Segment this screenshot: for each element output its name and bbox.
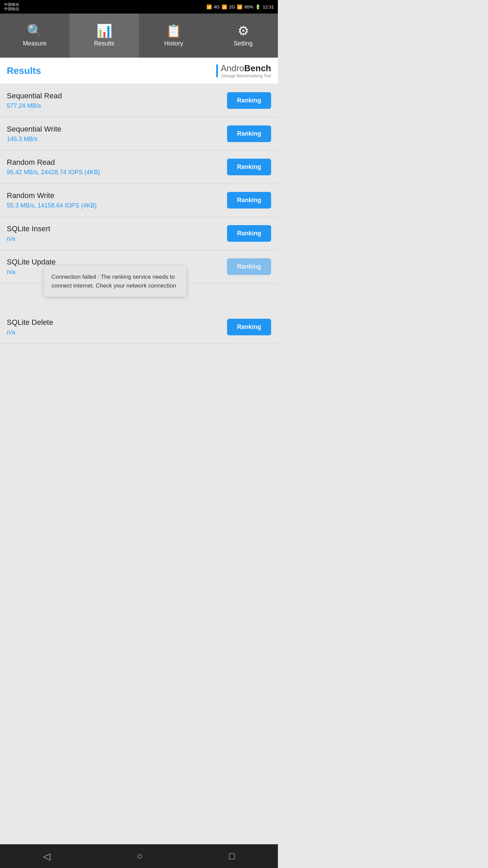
history-icon: 📋	[166, 24, 182, 37]
sqlite-update-name: SQLite Update	[7, 258, 56, 267]
page-title: Results	[7, 65, 41, 76]
result-random-write: Random Write 55.3 MB/s, 14158.64 IOPS (4…	[0, 184, 278, 217]
result-info-rand-write: Random Write 55.3 MB/s, 14158.64 IOPS (4…	[7, 191, 97, 209]
seq-write-ranking-button[interactable]: Ranking	[227, 125, 271, 142]
rand-read-ranking-button[interactable]: Ranking	[227, 159, 271, 175]
brand-name: AndroBench	[221, 63, 271, 74]
signal-bar-icon: 📶	[222, 4, 227, 9]
carrier1: 中国移动	[4, 2, 19, 7]
result-sqlite-insert: SQLite Insert n/a Ranking	[0, 217, 278, 250]
carrier-info: 中国移动 中国电信	[4, 2, 19, 11]
tab-measure[interactable]: 🔍 Measure	[0, 14, 69, 58]
setting-icon: ⚙	[238, 24, 249, 37]
rand-read-value: 95.42 MB/s, 24428.74 IOPS (4KB)	[7, 169, 100, 176]
rand-write-name: Random Write	[7, 191, 97, 200]
seq-write-name: Sequential Write	[7, 125, 61, 134]
seq-read-name: Sequential Read	[7, 92, 62, 100]
seq-write-value: 145.3 MB/s	[7, 136, 61, 143]
result-info-sqlite-insert: SQLite Insert n/a	[7, 224, 50, 242]
result-sequential-write: Sequential Write 145.3 MB/s Ranking	[0, 117, 278, 151]
tab-history[interactable]: 📋 History	[139, 14, 208, 58]
tooltip-message: Connection failed : The ranking service …	[52, 274, 176, 289]
brand-subtitle: Storage Benchmarking Tool	[221, 74, 271, 78]
measure-icon: 🔍	[27, 24, 43, 37]
battery-icon: 🔋	[255, 4, 261, 9]
tab-setting-label: Setting	[233, 40, 252, 47]
signal-4g: 4G	[214, 4, 220, 9]
result-info-sqlite-delete: SQLite Delete n/a	[7, 318, 53, 336]
wifi-icon: 📶	[206, 4, 212, 9]
seq-read-value: 577.24 MB/s	[7, 102, 62, 110]
sqlite-delete-name: SQLite Delete	[7, 318, 53, 327]
result-info-seq-read: Sequential Read 577.24 MB/s	[7, 92, 62, 110]
brand-light: Andro	[221, 63, 244, 73]
status-bar: 中国移动 中国电信 📶 4G 📶 2G 📶 80% 🔋 12:31	[0, 0, 278, 14]
battery-pct: 80%	[244, 4, 253, 9]
results-icon: 📊	[96, 24, 112, 37]
tab-setting[interactable]: ⚙ Setting	[208, 14, 278, 58]
result-sqlite-delete: SQLite Delete n/a Ranking	[0, 311, 278, 344]
signal-2g: 2G	[229, 4, 235, 9]
sqlite-delete-ranking-button[interactable]: Ranking	[227, 319, 271, 335]
brand-text: AndroBench Storage Benchmarking Tool	[221, 63, 271, 78]
sqlite-delete-value: n/a	[7, 329, 53, 336]
results-list: Sequential Read 577.24 MB/s Ranking Sequ…	[0, 84, 278, 344]
sqlite-insert-value: n/a	[7, 235, 50, 242]
result-sequential-read: Sequential Read 577.24 MB/s Ranking	[0, 84, 278, 117]
rand-read-name: Random Read	[7, 158, 100, 167]
sqlite-insert-ranking-button[interactable]: Ranking	[227, 225, 271, 242]
result-info-seq-write: Sequential Write 145.3 MB/s	[7, 125, 61, 143]
result-sqlite-update: SQLite Update n/a Ranking Connection fai…	[0, 250, 278, 283]
rand-write-value: 55.3 MB/s, 14158.64 IOPS (4KB)	[7, 202, 97, 209]
result-random-read: Random Read 95.42 MB/s, 24428.74 IOPS (4…	[0, 151, 278, 184]
sqlite-update-ranking-button[interactable]: Ranking	[227, 258, 271, 275]
nav-tabs: 🔍 Measure 📊 Results 📋 History ⚙ Setting	[0, 14, 278, 58]
tab-results[interactable]: 📊 Results	[69, 14, 139, 58]
brand-accent-bar	[216, 64, 218, 77]
tab-history-label: History	[164, 40, 183, 47]
brand-logo: AndroBench Storage Benchmarking Tool	[216, 63, 271, 78]
brand-bold: Bench	[244, 63, 271, 73]
tab-results-label: Results	[94, 40, 114, 47]
seq-read-ranking-button[interactable]: Ranking	[227, 92, 271, 109]
rand-write-ranking-button[interactable]: Ranking	[227, 192, 271, 209]
result-info-rand-read: Random Read 95.42 MB/s, 24428.74 IOPS (4…	[7, 158, 100, 176]
tab-measure-label: Measure	[23, 40, 46, 47]
signal-bar2-icon: 📶	[237, 4, 242, 9]
brand-bar: AndroBench Storage Benchmarking Tool	[216, 63, 271, 78]
connection-error-tooltip: Connection failed : The ranking service …	[44, 266, 186, 297]
results-header: Results AndroBench Storage Benchmarking …	[0, 58, 278, 84]
sqlite-insert-name: SQLite Insert	[7, 224, 50, 233]
carrier2: 中国电信	[4, 7, 19, 11]
status-icons: 📶 4G 📶 2G 📶 80% 🔋 12:31	[206, 4, 274, 9]
clock: 12:31	[263, 4, 274, 9]
